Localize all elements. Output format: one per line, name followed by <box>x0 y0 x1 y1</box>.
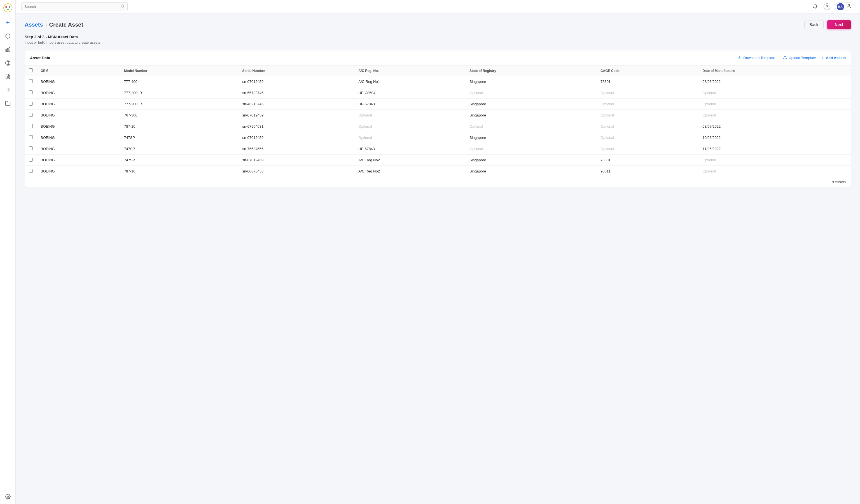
sidebar-item-globe[interactable] <box>4 59 12 67</box>
search-input[interactable] <box>24 4 121 9</box>
sidebar-item-settings[interactable] <box>4 493 12 501</box>
main-area: ? BA Assets › Create Asset Back Next Ste… <box>16 0 860 504</box>
sidebar-item-add[interactable] <box>4 19 12 27</box>
row-checkbox-5[interactable] <box>29 135 33 139</box>
optional-cell: Optional <box>597 143 699 155</box>
asset-table: OEM Model Number Serial Number A/C Reg. … <box>25 66 851 177</box>
data-cell: 747SP <box>120 155 238 166</box>
data-cell: Singapore <box>465 110 597 121</box>
data-cell: 777-200LR <box>120 87 238 99</box>
data-cell: 10/06/2022 <box>699 132 851 143</box>
data-cell: BOEING <box>37 99 120 110</box>
col-ac-reg: A/C Reg. No. <box>355 66 465 76</box>
data-cell: UP-67843 <box>355 99 465 110</box>
svg-point-2 <box>9 6 10 8</box>
download-template-button[interactable]: Download Template <box>735 54 777 61</box>
data-cell: 777-400 <box>120 76 238 87</box>
row-checkbox-3[interactable] <box>29 113 33 117</box>
row-checkbox-2[interactable] <box>29 102 33 105</box>
table-row: BOEING787-10sn-00673453A/C Reg No2Singap… <box>25 166 851 177</box>
content-area: Assets › Create Asset Back Next Step 2 o… <box>16 13 860 504</box>
data-cell: Singapore <box>465 155 597 166</box>
data-cell: sn-07012459 <box>238 76 355 87</box>
notification-icon[interactable] <box>811 3 819 11</box>
svg-point-3 <box>7 9 9 10</box>
optional-cell: Optional <box>699 110 851 121</box>
row-checkbox-6[interactable] <box>29 146 33 150</box>
help-icon[interactable]: ? <box>823 3 830 10</box>
topbar: ? BA <box>16 0 860 13</box>
data-cell: BOEING <box>37 143 120 155</box>
table-row: BOEING777-200LRsn-56783746UP-C8504Option… <box>25 87 851 99</box>
select-all-col <box>25 66 37 76</box>
search-box[interactable] <box>21 2 128 11</box>
sidebar-item-tasks[interactable] <box>4 73 12 80</box>
row-checkbox-1[interactable] <box>29 90 33 95</box>
table-wrapper: OEM Model Number Serial Number A/C Reg. … <box>25 66 851 177</box>
svg-line-15 <box>124 7 124 8</box>
upload-template-label: Upload Template <box>789 56 816 60</box>
upload-template-button[interactable]: Upload Template <box>781 54 818 61</box>
row-checkbox-7[interactable] <box>29 158 33 161</box>
data-cell: 76301 <box>597 76 699 87</box>
data-cell: sn-67964531 <box>238 121 355 132</box>
data-cell: 73301 <box>597 155 699 166</box>
breadcrumb-link-assets[interactable]: Assets <box>25 21 43 28</box>
user-badge[interactable]: BA <box>835 2 855 11</box>
data-cell: 11/05/2022 <box>699 143 851 155</box>
optional-cell: Optional <box>465 87 597 99</box>
col-state: State of Registry <box>465 66 597 76</box>
data-cell: BOEING <box>37 76 120 87</box>
table-actions: Download Template Upload Template + Add … <box>735 54 846 61</box>
row-checkbox-0[interactable] <box>29 79 33 83</box>
row-checkbox-8[interactable] <box>29 169 33 173</box>
table-footer: 9 Assets <box>25 177 851 187</box>
data-cell: sn-46213746 <box>238 99 355 110</box>
download-template-label: Download Template <box>743 56 775 60</box>
data-cell: A/C Reg No1 <box>355 76 465 87</box>
svg-point-16 <box>848 4 850 6</box>
sidebar-item-analytics[interactable] <box>4 46 12 54</box>
sidebar-item-transfer[interactable] <box>4 86 12 94</box>
asset-count: 9 Assets <box>832 180 846 184</box>
table-title: Asset Data <box>30 56 50 60</box>
data-cell: BOEING <box>37 166 120 177</box>
optional-cell: Optional <box>465 121 597 132</box>
optional-cell: Optional <box>699 99 851 110</box>
table-header-row: OEM Model Number Serial Number A/C Reg. … <box>25 66 851 76</box>
optional-cell: Optional <box>699 87 851 99</box>
table-row: BOEING777-400sn-07012459A/C Reg No1Singa… <box>25 76 851 87</box>
table-head: OEM Model Number Serial Number A/C Reg. … <box>25 66 851 76</box>
add-assets-button[interactable]: + Add Assets <box>822 55 846 60</box>
next-button[interactable]: Next <box>827 20 851 29</box>
back-button[interactable]: Back <box>804 20 823 29</box>
table-header: Asset Data Download Template Upload Temp… <box>25 51 851 66</box>
sidebar-item-flights[interactable] <box>4 32 12 40</box>
optional-cell: Optional <box>597 99 699 110</box>
data-cell: 90011 <box>597 166 699 177</box>
optional-cell: Optional <box>465 143 597 155</box>
svg-point-0 <box>4 4 12 12</box>
download-icon <box>738 55 742 60</box>
select-all-checkbox[interactable] <box>29 68 33 72</box>
optional-cell: Optional <box>597 132 699 143</box>
data-cell: UP-C8504 <box>355 87 465 99</box>
data-cell: BOEING <box>37 155 120 166</box>
svg-rect-6 <box>5 49 6 52</box>
row-checkbox-4[interactable] <box>29 124 33 128</box>
topbar-right: ? BA <box>811 2 855 11</box>
sidebar-item-documents[interactable] <box>4 99 12 107</box>
table-row: BOEING747SPsn-07012459OptionalSingaporeO… <box>25 132 851 143</box>
search-icon <box>121 4 125 9</box>
add-assets-label: Add Assets <box>826 56 846 60</box>
data-cell: Singapore <box>465 166 597 177</box>
data-cell: 777-200LR <box>120 99 238 110</box>
data-cell: Singapore <box>465 99 597 110</box>
table-row: BOEING747SPsn-07012459A/C Reg No2Singapo… <box>25 155 851 166</box>
table-row: BOEING767-300sn-07012459OptionalSingapor… <box>25 110 851 121</box>
data-cell: sn-75684556 <box>238 143 355 155</box>
data-cell: BOEING <box>37 110 120 121</box>
data-cell: A/C Reg No2 <box>355 155 465 166</box>
data-cell: A/C Reg No2 <box>355 166 465 177</box>
step-description: Input or bulk import asset data to creat… <box>25 40 851 44</box>
